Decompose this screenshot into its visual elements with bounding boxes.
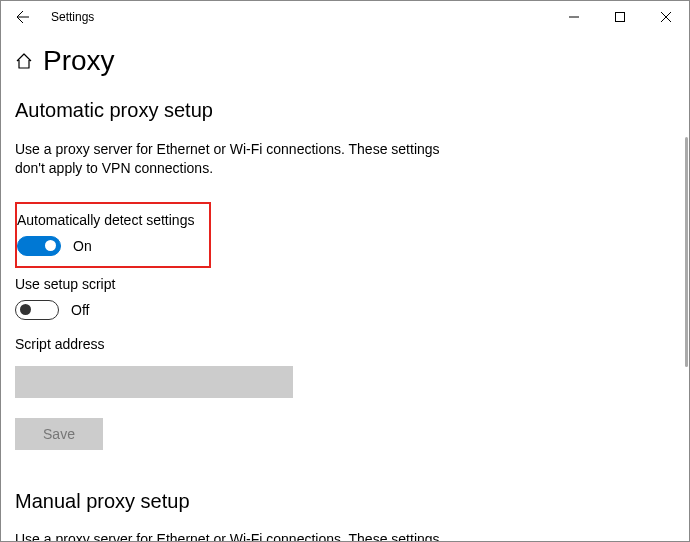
setup-script-toggle-row: Off bbox=[15, 300, 685, 320]
close-button[interactable] bbox=[643, 1, 689, 33]
setup-script-state: Off bbox=[71, 302, 89, 318]
home-icon[interactable] bbox=[15, 52, 33, 70]
script-address-input[interactable] bbox=[15, 366, 293, 398]
auto-detect-state: On bbox=[73, 238, 92, 254]
manual-section-heading: Manual proxy setup bbox=[15, 490, 685, 513]
auto-detect-toggle[interactable] bbox=[17, 236, 61, 256]
content-area: Proxy Automatic proxy setup Use a proxy … bbox=[1, 33, 689, 541]
setup-script-toggle[interactable] bbox=[15, 300, 59, 320]
titlebar-left: Settings bbox=[7, 1, 94, 33]
setup-script-label: Use setup script bbox=[15, 276, 685, 292]
svg-rect-0 bbox=[616, 13, 625, 22]
automatic-description: Use a proxy server for Ethernet or Wi-Fi… bbox=[15, 140, 455, 178]
script-address-block: Script address bbox=[15, 336, 685, 418]
back-arrow-icon bbox=[15, 9, 31, 25]
highlight-annotation: Automatically detect settings On bbox=[15, 202, 211, 268]
save-button[interactable]: Save bbox=[15, 418, 103, 450]
minimize-button[interactable] bbox=[551, 1, 597, 33]
page-header: Proxy bbox=[15, 45, 685, 77]
maximize-icon bbox=[615, 12, 625, 22]
back-button[interactable] bbox=[7, 1, 39, 33]
automatic-section-heading: Automatic proxy setup bbox=[15, 99, 685, 122]
auto-detect-toggle-row: On bbox=[17, 236, 199, 256]
manual-description: Use a proxy server for Ethernet or Wi-Fi… bbox=[15, 531, 455, 541]
maximize-button[interactable] bbox=[597, 1, 643, 33]
minimize-icon bbox=[569, 12, 579, 22]
page-title: Proxy bbox=[43, 45, 115, 77]
toggle-knob bbox=[45, 240, 56, 251]
setup-script-block: Use setup script Off bbox=[15, 276, 685, 320]
window-title: Settings bbox=[51, 10, 94, 24]
auto-detect-label: Automatically detect settings bbox=[17, 212, 199, 228]
titlebar: Settings bbox=[1, 1, 689, 33]
close-icon bbox=[661, 12, 671, 22]
window-controls bbox=[551, 1, 689, 33]
toggle-knob bbox=[20, 304, 31, 315]
scrollbar[interactable] bbox=[685, 137, 688, 367]
script-address-label: Script address bbox=[15, 336, 685, 352]
